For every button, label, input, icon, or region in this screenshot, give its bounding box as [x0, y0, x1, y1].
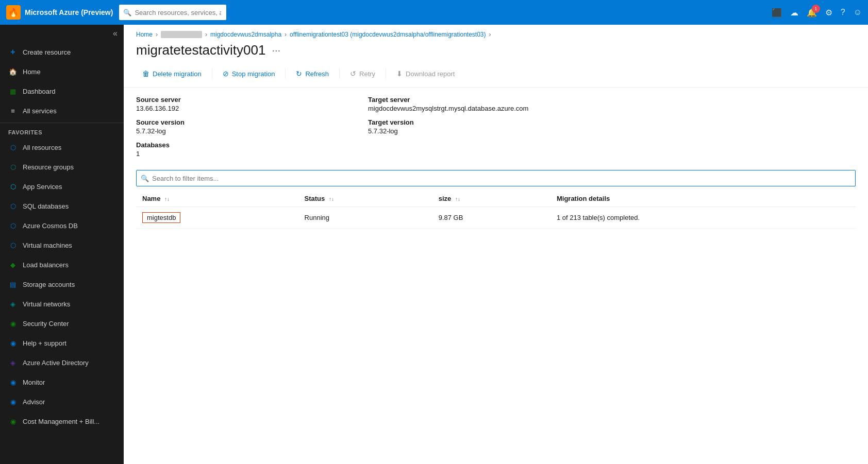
- main-content: Home › › migdocdevwus2dmsalpha › offline…: [124, 25, 868, 464]
- target-server-label: Target server: [368, 96, 575, 104]
- sql-db-icon: ⬡: [8, 201, 18, 211]
- sidebar-favorites-label: FAVORITES: [0, 125, 124, 138]
- table-header: Name ↑↓ Status ↑↓ size ↑↓ Migration deta…: [136, 191, 856, 207]
- global-search-input[interactable]: [119, 5, 226, 20]
- sidebar-label: App Services: [23, 183, 62, 191]
- stop-migration-button[interactable]: ⊘ Stop migration: [216, 66, 281, 81]
- retry-button[interactable]: ↺ Retry: [344, 66, 381, 81]
- help-icon[interactable]: ?: [841, 8, 845, 17]
- sidebar-item-load-balancers[interactable]: ◆ Load balancers: [0, 255, 124, 274]
- monitor-icon: ◉: [8, 377, 18, 387]
- breadcrumb-sep-1: ›: [156, 31, 158, 38]
- sidebar-label: Azure Active Directory: [23, 359, 89, 367]
- sidebar-label: Virtual machines: [23, 242, 72, 249]
- sidebar-item-cost-management[interactable]: ◉ Cost Management + Bill...: [0, 411, 124, 431]
- breadcrumb-sep-3: ›: [285, 31, 287, 38]
- row-size-cell: 9.87 GB: [432, 207, 550, 229]
- data-table: Name ↑↓ Status ↑↓ size ↑↓ Migration deta…: [136, 191, 856, 229]
- sidebar-item-dashboard[interactable]: ▦ Dashboard: [0, 81, 124, 101]
- sidebar-item-home[interactable]: 🏠 Home: [0, 62, 124, 81]
- refresh-icon: ↻: [296, 70, 302, 78]
- sidebar-label: Advisor: [23, 398, 45, 406]
- all-services-icon: ≡: [8, 106, 18, 115]
- sidebar-item-all-services[interactable]: ≡ All services: [0, 101, 124, 121]
- table-header-row: Name ↑↓ Status ↑↓ size ↑↓ Migration deta…: [136, 191, 856, 207]
- sidebar-label: All resources: [23, 144, 61, 151]
- brand-icon: 🔥: [6, 5, 21, 20]
- sidebar-label-all-services: All services: [23, 107, 57, 115]
- sidebar-label: Monitor: [23, 379, 45, 386]
- feedback-icon[interactable]: ☁: [790, 8, 798, 18]
- toolbar: 🗑 Delete migration ⊘ Stop migration ↻ Re…: [124, 66, 868, 88]
- sidebar-item-virtual-networks[interactable]: ◈ Virtual networks: [0, 294, 124, 314]
- col-name: Name ↑↓: [136, 191, 298, 207]
- source-version-info: Source version 5.7.32-log: [136, 118, 343, 135]
- delete-migration-button[interactable]: 🗑 Delete migration: [136, 66, 208, 81]
- breadcrumb-sep-2: ›: [205, 31, 207, 38]
- source-version-label: Source version: [136, 118, 343, 126]
- topbar: 🔥 Microsoft Azure (Preview) 🔍 ⬛ ☁ 🔔 1 ⚙ …: [0, 0, 868, 25]
- sidebar-label: Azure Cosmos DB: [23, 222, 78, 230]
- sort-icon-status[interactable]: ↑↓: [329, 196, 334, 202]
- resource-groups-icon: ⬡: [8, 162, 18, 171]
- col-migration-details: Migration details: [550, 191, 856, 207]
- sidebar-item-sql-databases[interactable]: ⬡ SQL databases: [0, 196, 124, 216]
- sidebar-item-monitor[interactable]: ◉ Monitor: [0, 372, 124, 392]
- user-icon[interactable]: ☺: [854, 8, 862, 17]
- row-status: Running: [305, 214, 329, 221]
- source-version-value: 5.7.32-log: [136, 127, 343, 135]
- source-server-info: Source server 13.66.136.192: [136, 96, 343, 112]
- target-server-value: migdocdevwus2mysqlstrgt.mysql.database.a…: [368, 105, 575, 112]
- sidebar-item-azure-ad[interactable]: ◈ Azure Active Directory: [0, 353, 124, 372]
- sidebar-item-cosmos-db[interactable]: ⬡ Azure Cosmos DB: [0, 216, 124, 235]
- breadcrumb-blurred: [161, 31, 202, 38]
- sidebar-item-app-services[interactable]: ⬡ App Services: [0, 177, 124, 196]
- row-migration-details-cell: 1 of 213 table(s) completed.: [550, 207, 856, 229]
- advisor-icon: ◉: [8, 397, 18, 406]
- notif-badge: 1: [812, 5, 820, 13]
- plus-icon: +: [8, 47, 18, 57]
- lb-icon: ◆: [8, 260, 18, 269]
- settings-icon[interactable]: ⚙: [825, 8, 832, 18]
- storage-icon: ▤: [8, 280, 18, 289]
- sidebar-item-security-center[interactable]: ◉ Security Center: [0, 314, 124, 333]
- more-options-icon[interactable]: ···: [272, 44, 280, 56]
- breadcrumb-migration[interactable]: offlinemigrationtest03 (migdocdevwus2dms…: [290, 31, 486, 38]
- databases-info: Databases 1: [136, 141, 343, 158]
- sidebar-item-advisor[interactable]: ◉ Advisor: [0, 392, 124, 411]
- toolbar-sep-1: [212, 68, 212, 79]
- col-status: Status ↑↓: [298, 191, 432, 207]
- sidebar-collapse-btn[interactable]: «: [0, 25, 124, 42]
- sidebar-item-help-support[interactable]: ◉ Help + support: [0, 333, 124, 353]
- app-layout: « + Create resource 🏠 Home ▦ Dashboard ≡…: [0, 25, 868, 464]
- sidebar-item-virtual-machines[interactable]: ⬡ Virtual machines: [0, 235, 124, 255]
- refresh-button[interactable]: ↻ Refresh: [290, 66, 335, 81]
- db-name-link[interactable]: migtestdb: [142, 212, 180, 223]
- download-report-button[interactable]: ⬇ Download report: [390, 66, 461, 81]
- sort-icon-size[interactable]: ↑↓: [455, 196, 460, 202]
- sidebar: « + Create resource 🏠 Home ▦ Dashboard ≡…: [0, 25, 124, 464]
- table-body: migtestdb Running 9.87 GB 1 of 213 table…: [136, 207, 856, 229]
- sidebar-item-all-resources[interactable]: ⬡ All resources: [0, 138, 124, 157]
- cosmos-icon: ⬡: [8, 221, 18, 230]
- breadcrumb-dms[interactable]: migdocdevwus2dmsalpha: [210, 31, 281, 38]
- row-migration-details: 1 of 213 table(s) completed.: [557, 214, 640, 221]
- sort-icon-name[interactable]: ↑↓: [164, 196, 170, 202]
- sidebar-item-create-resource[interactable]: + Create resource: [0, 42, 124, 62]
- sidebar-item-resource-groups[interactable]: ⬡ Resource groups: [0, 157, 124, 177]
- filter-input[interactable]: [152, 175, 851, 182]
- target-version-value: 5.7.32-log: [368, 127, 575, 135]
- breadcrumb-home[interactable]: Home: [136, 31, 153, 38]
- download-icon: ⬇: [396, 70, 403, 78]
- sidebar-label: SQL databases: [23, 202, 69, 210]
- search-icon-top: 🔍: [123, 9, 131, 16]
- sidebar-item-storage-accounts[interactable]: ▤ Storage accounts: [0, 274, 124, 294]
- notifications-icon[interactable]: 🔔 1: [807, 8, 817, 18]
- aad-icon: ◈: [8, 358, 18, 367]
- target-version-label: Target version: [368, 118, 575, 126]
- terminal-icon[interactable]: ⬛: [772, 8, 782, 18]
- help-support-icon: ◉: [8, 338, 18, 348]
- sidebar-label: Security Center: [23, 320, 69, 328]
- source-server-value: 13.66.136.192: [136, 105, 343, 112]
- vm-icon: ⬡: [8, 240, 18, 250]
